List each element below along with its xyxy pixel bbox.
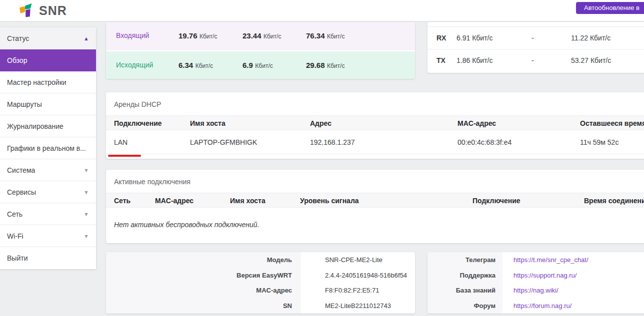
outgoing-value: 29.68 Кбит/с — [306, 51, 344, 79]
table-row: SN ME2-LiteB2211012743 — [106, 298, 415, 314]
dhcp-hostname-cell: LAPTOP-GFMBHIGK — [190, 130, 257, 154]
column-header: Уровень сигнала — [300, 193, 359, 208]
table-row: Форум https://forum.nag.ru/ — [428, 298, 644, 314]
firmware-version-label: Версия EasyWRT — [106, 268, 301, 283]
dhcp-address-cell: 192.168.1.237 — [310, 130, 355, 154]
column-header: MAC-адрес — [155, 193, 194, 208]
sidebar-item-logging[interactable]: Журналирование — [0, 115, 96, 137]
column-header: Подключение — [114, 116, 162, 131]
support-label: Поддержка — [428, 268, 502, 283]
table-row: TX 1.86 Кбит/с - 53.27 Кбит/с — [428, 49, 644, 72]
chevron-up-icon: ▲ — [84, 35, 89, 41]
column-header: Имя хоста — [190, 116, 226, 131]
dhcp-lease-time-cell: 11ч 59м 52с — [580, 130, 618, 154]
sidebar-item-label: Выйти — [7, 254, 28, 262]
chevron-down-icon: ▼ — [84, 233, 89, 239]
sidebar-item-label: Мастер настройки — [7, 78, 66, 86]
column-header: Подключение — [472, 193, 520, 208]
sidebar-item-realtime-graphs[interactable]: Графики в реальном в... — [0, 137, 96, 159]
support-links-card: Телеграм https://t.me/snr_cpe_chat/ Подд… — [428, 252, 644, 314]
rx-label: RX — [436, 27, 446, 49]
chevron-down-icon: ▼ — [84, 167, 89, 173]
sidebar-item-label: Сервисы — [7, 188, 36, 196]
tx-label: TX — [436, 49, 446, 72]
firmware-version-value: 2.4.4-2405161948-516b6f54 — [301, 272, 407, 279]
device-mac-label: MAC-адрес — [106, 283, 301, 299]
sidebar-item-overview[interactable]: Обзор — [0, 49, 96, 71]
forum-label: Форум — [428, 298, 502, 314]
incoming-value: 23.44 Кбит/с — [242, 22, 281, 50]
table-row: RX 6.91 Кбит/с - 11.22 Кбит/с — [428, 27, 644, 49]
sidebar-item-network[interactable]: Сеть ▼ — [0, 203, 96, 225]
incoming-value: 76.34 Кбит/с — [306, 22, 344, 50]
table-row: Телеграм https://t.me/snr_cpe_chat/ — [428, 252, 644, 268]
table-row: Исходящий 6.34 Кбит/с 6.9 Кбит/с 29.68 К… — [106, 50, 415, 79]
sidebar-item-label: Графики в реальном в... — [7, 144, 86, 152]
rx-value: - — [532, 27, 534, 49]
tx-value: - — [532, 49, 534, 72]
sidebar-item-services[interactable]: Сервисы ▼ — [0, 181, 96, 203]
sidebar-item-label: Сеть — [7, 210, 22, 218]
device-model-label: Модель — [106, 252, 301, 268]
column-header: Оставшееся время аренды — [580, 116, 644, 131]
device-mac-value: F8:F0:82:F2:E5:71 — [301, 287, 379, 294]
top-header: SNR Автообновление в — [0, 0, 644, 21]
outgoing-value: 6.9 Кбит/с — [242, 51, 273, 79]
logo-text: SNR — [39, 3, 67, 18]
snr-logo: SNR — [19, 2, 67, 18]
dhcp-connection-cell[interactable]: LAN — [114, 130, 128, 154]
sidebar-item-label: Статус — [7, 34, 29, 42]
device-info-card: Модель SNR-CPE-ME2-Lite Версия EasyWRT 2… — [106, 252, 415, 314]
annotation-red-underline — [108, 155, 141, 157]
dhcp-table-header: Подключение Имя хоста Адрес MAC-адрес Ос… — [106, 115, 644, 130]
connections-card-title: Активные подключения — [106, 170, 644, 193]
knowledge-base-link[interactable]: https://nag.wiki/ — [514, 287, 558, 294]
column-header: Адрес — [310, 116, 332, 131]
dhcp-leases-card: Аренды DHCP Подключение Имя хоста Адрес … — [106, 92, 644, 159]
sidebar-item-routes[interactable]: Маршруты — [0, 93, 96, 115]
column-header: Время соединения — [584, 193, 644, 208]
chevron-down-icon: ▼ — [84, 211, 89, 217]
dhcp-mac-cell: 00:e0:4c:68:3f:e4 — [458, 130, 512, 154]
column-header: Имя хоста — [230, 193, 266, 208]
incoming-value: 19.76 Кбит/с — [178, 22, 217, 50]
table-row: База знаний https://nag.wiki/ — [428, 283, 644, 299]
column-header: MAC-адрес — [458, 116, 496, 131]
tx-value: 1.86 Кбит/с — [456, 49, 492, 72]
chevron-down-icon: ▼ — [84, 189, 89, 195]
no-connections-message: Нет активных беспроводных подключений. — [106, 221, 644, 229]
table-row: Входящий 19.76 Кбит/с 23.44 Кбит/с 76.34… — [106, 22, 415, 50]
device-model-value: SNR-CPE-ME2-Lite — [301, 256, 382, 264]
support-link[interactable]: https://support.nag.ru/ — [514, 272, 576, 279]
interface-rxtx-card: RX 6.91 Кбит/с - 11.22 Кбит/с TX 1.86 Кб… — [428, 22, 644, 73]
column-header: Сеть — [114, 193, 130, 208]
outgoing-label: Исходящий — [116, 51, 153, 79]
forum-link[interactable]: https://forum.nag.ru/ — [514, 302, 572, 310]
autoupdate-button[interactable]: Автообновление в — [576, 2, 644, 14]
table-row: Версия EasyWRT 2.4.4-2405161948-516b6f54 — [106, 268, 415, 283]
knowledge-base-label: База знаний — [428, 283, 502, 299]
table-row: Поддержка https://support.nag.ru/ — [428, 268, 644, 283]
active-connections-card: Активные подключения Сеть MAC-адрес Имя … — [106, 170, 644, 243]
telegram-link[interactable]: https://t.me/snr_cpe_chat/ — [514, 256, 588, 264]
sidebar-item-label: Обзор — [7, 56, 27, 64]
sidebar-item-label: Маршруты — [7, 100, 42, 108]
serial-number-label: SN — [106, 298, 301, 314]
clipped-row — [428, 22, 644, 27]
serial-number-value: ME2-LiteB2211012743 — [301, 302, 391, 310]
rx-value: 6.91 Кбит/с — [456, 27, 492, 49]
table-row: MAC-адрес F8:F0:82:F2:E5:71 — [106, 283, 415, 299]
traffic-summary-card: Входящий 19.76 Кбит/с 23.44 Кбит/с 76.34… — [106, 22, 415, 79]
sidebar-item-wifi[interactable]: Wi-Fi ▼ — [0, 225, 96, 247]
table-row: Модель SNR-CPE-ME2-Lite — [106, 252, 415, 268]
sidebar-item-label: Журналирование — [7, 122, 64, 130]
tx-value: 53.27 Кбит/с — [571, 49, 611, 72]
sidebar-item-setup-wizard[interactable]: Мастер настройки — [0, 71, 96, 93]
sidebar-item-logout[interactable]: Выйти — [0, 247, 96, 269]
sidebar-item-label: Система — [7, 166, 35, 174]
sidebar-item-status[interactable]: Статус ▲ — [0, 27, 96, 49]
sidebar-item-label: Wi-Fi — [7, 232, 24, 240]
rx-value: 11.22 Кбит/с — [571, 27, 610, 49]
sidebar-item-system[interactable]: Система ▼ — [0, 159, 96, 181]
sidebar: Статус ▲ Обзор Мастер настройки Маршруты… — [0, 27, 96, 269]
